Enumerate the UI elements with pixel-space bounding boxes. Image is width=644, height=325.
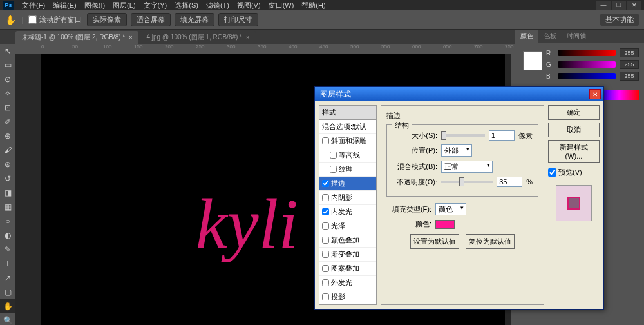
style-checkbox[interactable] bbox=[322, 237, 329, 244]
eyedropper-tool[interactable]: ✐ bbox=[0, 115, 15, 129]
menu-item[interactable]: 窗口(W) bbox=[265, 1, 298, 10]
set-default-button[interactable]: 设置为默认值 bbox=[410, 234, 459, 249]
menu-item[interactable]: 选择(S) bbox=[171, 1, 202, 10]
blend-mode-label: 混合模式(B): bbox=[392, 162, 437, 172]
wand-tool[interactable]: ✧ bbox=[0, 86, 15, 101]
style-item[interactable]: 斜面和浮雕 bbox=[319, 134, 376, 148]
style-checkbox[interactable] bbox=[322, 222, 329, 230]
style-checkbox[interactable] bbox=[322, 251, 329, 258]
option-button[interactable]: 实际像素 bbox=[87, 13, 127, 26]
channel-value[interactable]: 255 bbox=[620, 72, 639, 81]
gradient-tool[interactable]: ▦ bbox=[0, 200, 15, 214]
dodge-tool[interactable]: ◐ bbox=[0, 228, 15, 242]
healing-tool[interactable]: ⊕ bbox=[0, 129, 15, 143]
style-checkbox[interactable] bbox=[322, 180, 329, 187]
dialog-title: 图层样式 bbox=[317, 89, 589, 100]
style-checkbox[interactable] bbox=[322, 293, 329, 300]
hand-tool[interactable]: ✋ bbox=[0, 299, 15, 313]
style-checkbox[interactable] bbox=[330, 152, 337, 159]
eraser-tool[interactable]: ◨ bbox=[0, 186, 15, 200]
marquee-tool[interactable]: ▭ bbox=[0, 58, 15, 72]
shape-tool[interactable]: ▢ bbox=[0, 285, 15, 299]
style-item[interactable]: 等高线 bbox=[319, 148, 376, 162]
window-restore[interactable]: ❐ bbox=[612, 1, 626, 10]
window-close[interactable]: ✕ bbox=[627, 1, 641, 10]
option-button[interactable]: 填充屏幕 bbox=[175, 13, 214, 26]
lasso-tool[interactable]: ⊙ bbox=[0, 72, 15, 86]
move-tool[interactable]: ↖ bbox=[0, 44, 15, 58]
tab-close-icon[interactable]: × bbox=[246, 34, 249, 41]
fill-type-select[interactable]: 颜色 bbox=[435, 203, 466, 215]
style-checkbox[interactable] bbox=[322, 279, 329, 286]
size-slider[interactable] bbox=[441, 134, 485, 137]
stamp-tool[interactable]: ⊛ bbox=[0, 157, 15, 172]
workspace-selector[interactable]: 基本功能 bbox=[600, 14, 639, 26]
type-tool[interactable]: T bbox=[0, 257, 15, 271]
reset-default-button[interactable]: 复位为默认值 bbox=[466, 234, 515, 249]
stroke-color-picker[interactable] bbox=[435, 220, 455, 229]
style-label: 渐变叠加 bbox=[331, 250, 359, 259]
panel-tab[interactable]: 时间轴 bbox=[562, 30, 591, 43]
style-checkbox[interactable] bbox=[322, 265, 329, 272]
channel-value[interactable]: 255 bbox=[620, 48, 639, 57]
scroll-all-windows-checkbox[interactable]: 滚动所有窗口 bbox=[28, 15, 82, 25]
menu-item[interactable]: 图像(I) bbox=[80, 1, 109, 10]
size-input[interactable] bbox=[489, 130, 515, 141]
dialog-close-button[interactable]: ✕ bbox=[589, 89, 601, 99]
panel-tab[interactable]: 色板 bbox=[538, 30, 562, 43]
color-swatch[interactable] bbox=[523, 51, 542, 70]
style-item[interactable]: 颜色叠加 bbox=[319, 233, 376, 248]
opacity-input[interactable] bbox=[497, 177, 522, 187]
style-item[interactable]: 渐变叠加 bbox=[319, 248, 376, 262]
dialog-titlebar[interactable]: 图层样式 ✕ bbox=[315, 87, 603, 101]
menu-item[interactable]: 文字(Y) bbox=[140, 1, 171, 10]
blur-tool[interactable]: ○ bbox=[0, 214, 15, 228]
style-label: 斜面和浮雕 bbox=[331, 136, 366, 146]
zoom-tool[interactable]: 🔍 bbox=[0, 313, 15, 325]
style-item[interactable]: 图案叠加 bbox=[319, 262, 376, 276]
ok-button[interactable]: 确定 bbox=[548, 105, 600, 120]
pen-tool[interactable]: ✎ bbox=[0, 242, 15, 257]
style-checkbox[interactable] bbox=[322, 137, 329, 144]
style-label: 内发光 bbox=[331, 207, 352, 217]
menu-item[interactable]: 帮助(H) bbox=[298, 1, 329, 10]
style-checkbox[interactable] bbox=[330, 166, 337, 173]
document-tab[interactable]: 未标题-1 @ 100% (图层 2, RGB/8) *× bbox=[15, 31, 138, 44]
new-style-button[interactable]: 新建样式(W)... bbox=[548, 140, 600, 162]
window-minimize[interactable]: — bbox=[596, 1, 611, 10]
document-tab[interactable]: 4.jpg @ 100% (图层 1, RGB/8#) *× bbox=[140, 31, 256, 44]
blend-options-default[interactable]: 混合选项:默认 bbox=[319, 120, 376, 134]
blend-mode-select[interactable]: 正常 bbox=[441, 161, 493, 173]
style-item[interactable]: 内发光 bbox=[319, 205, 376, 219]
menu-item[interactable]: 滤镜(T) bbox=[202, 1, 233, 10]
channel-value[interactable]: 255 bbox=[620, 60, 639, 69]
style-item[interactable]: 描边 bbox=[319, 177, 376, 191]
style-label: 等高线 bbox=[339, 150, 360, 160]
menu-item[interactable]: 图层(L) bbox=[109, 1, 139, 10]
opacity-slider[interactable] bbox=[441, 181, 493, 183]
option-button[interactable]: 打印尺寸 bbox=[218, 13, 258, 26]
style-item[interactable]: 内阴影 bbox=[319, 191, 376, 205]
tab-close-icon[interactable]: × bbox=[129, 34, 132, 41]
preview-checkbox[interactable]: 预览(V) bbox=[548, 168, 600, 177]
channel-slider[interactable] bbox=[558, 61, 616, 68]
channel-slider[interactable] bbox=[558, 50, 616, 56]
history-brush-tool[interactable]: ↺ bbox=[0, 172, 15, 186]
crop-tool[interactable]: ⊡ bbox=[0, 101, 15, 115]
style-item[interactable]: 投影 bbox=[319, 290, 376, 304]
style-item[interactable]: 光泽 bbox=[319, 219, 376, 233]
menu-item[interactable]: 文件(F) bbox=[18, 1, 49, 10]
style-item[interactable]: 外发光 bbox=[319, 276, 376, 290]
menu-item[interactable]: 编辑(E) bbox=[49, 1, 80, 10]
brush-tool[interactable]: 🖌 bbox=[0, 143, 15, 157]
channel-slider[interactable] bbox=[558, 73, 616, 79]
style-item[interactable]: 纹理 bbox=[319, 162, 376, 177]
option-button[interactable]: 适合屏幕 bbox=[131, 13, 171, 26]
style-checkbox[interactable] bbox=[322, 194, 329, 201]
position-select[interactable]: 外部 bbox=[441, 144, 472, 157]
style-checkbox[interactable] bbox=[322, 208, 329, 215]
menu-item[interactable]: 视图(V) bbox=[233, 1, 265, 10]
panel-tab[interactable]: 颜色 bbox=[515, 30, 538, 43]
cancel-button[interactable]: 取消 bbox=[548, 123, 600, 137]
path-tool[interactable]: ↗ bbox=[0, 271, 15, 285]
